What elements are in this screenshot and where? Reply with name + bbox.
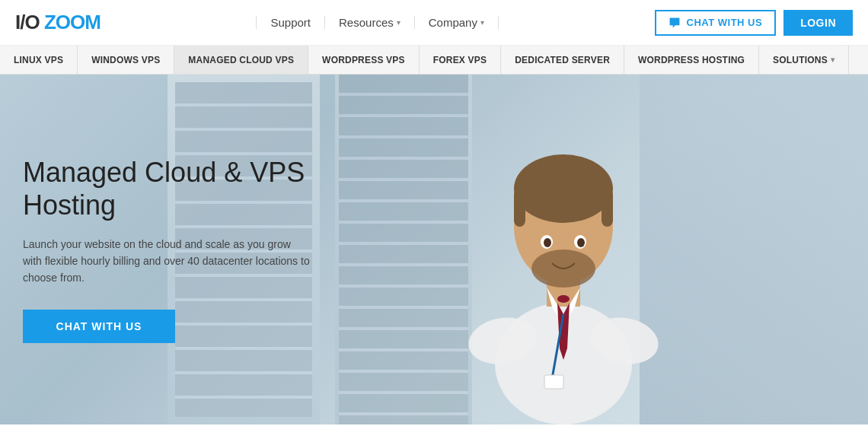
navbar-wordpress-vps[interactable]: WORDPRESS VPS bbox=[308, 46, 420, 74]
site-header: I/O ZOOM Support Resources ▾ Company ▾ C… bbox=[0, 0, 868, 46]
logo-io: I/O bbox=[15, 11, 40, 34]
navbar-solutions[interactable]: SOLUTIONS ▾ bbox=[759, 46, 849, 74]
person-svg bbox=[434, 90, 693, 424]
header-actions: CHAT WITH US LOGIN bbox=[655, 10, 853, 36]
nav-support[interactable]: Support bbox=[256, 16, 325, 29]
chevron-down-icon: ▾ bbox=[480, 18, 484, 27]
site-logo[interactable]: I/O ZOOM bbox=[15, 11, 101, 34]
chevron-down-icon: ▾ bbox=[831, 56, 834, 64]
nav-resources[interactable]: Resources ▾ bbox=[325, 16, 415, 29]
hero-content: Managed Cloud & VPSHosting Launch your w… bbox=[0, 75, 434, 424]
navbar-windows-vps[interactable]: WINDOWS VPS bbox=[78, 46, 174, 74]
svg-point-8 bbox=[557, 295, 570, 303]
hero-section: Managed Cloud & VPSHosting Launch your w… bbox=[0, 75, 868, 424]
svg-point-14 bbox=[544, 238, 551, 247]
svg-point-2 bbox=[514, 154, 613, 223]
header-nav: Support Resources ▾ Company ▾ bbox=[256, 16, 498, 29]
chat-with-us-hero-button[interactable]: CHAT WITH US bbox=[23, 310, 175, 343]
chat-icon bbox=[669, 17, 681, 29]
svg-rect-4 bbox=[602, 189, 613, 227]
navbar-linux-vps[interactable]: LINUX VPS bbox=[0, 46, 78, 74]
chat-with-us-header-button[interactable]: CHAT WITH US bbox=[655, 10, 777, 36]
svg-rect-3 bbox=[514, 189, 525, 227]
nav-company[interactable]: Company ▾ bbox=[415, 16, 499, 29]
navbar-wordpress-hosting[interactable]: WORDPRESS HOSTING bbox=[624, 46, 759, 74]
svg-point-15 bbox=[577, 238, 585, 247]
main-navbar: LINUX VPS WINDOWS VPS MANAGED CLOUD VPS … bbox=[0, 46, 868, 75]
hero-title: Managed Cloud & VPSHosting bbox=[23, 156, 411, 221]
navbar-dedicated-server[interactable]: DEDICATED SERVER bbox=[501, 46, 624, 74]
navbar-managed-cloud-vps[interactable]: MANAGED CLOUD VPS bbox=[174, 46, 308, 74]
navbar-forex-vps[interactable]: FOREX VPS bbox=[420, 46, 501, 74]
chevron-down-icon: ▾ bbox=[397, 18, 400, 27]
hero-person-image bbox=[411, 75, 716, 424]
login-button[interactable]: LOGIN bbox=[783, 10, 853, 36]
svg-rect-10 bbox=[544, 375, 563, 389]
logo-zoom: ZOOM bbox=[44, 11, 101, 34]
hero-subtitle: Launch your website on the cloud and sca… bbox=[23, 236, 312, 287]
